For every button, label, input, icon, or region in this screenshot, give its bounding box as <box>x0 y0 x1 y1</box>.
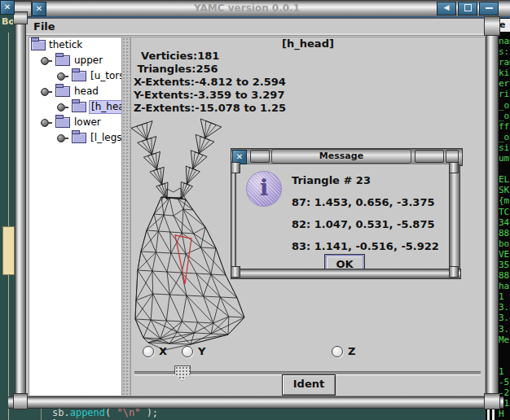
model-tree[interactable]: thetickupper[u_torso]head[h_head]lower[l… <box>29 37 123 396</box>
tree-item-lower[interactable]: lower <box>29 116 122 130</box>
terminal-line <box>499 164 510 174</box>
tree-expand-icon[interactable] <box>57 134 65 142</box>
stat-line: Triangles:256 <box>134 63 286 76</box>
tree-expand-icon[interactable] <box>41 119 49 127</box>
dialog-pipe-segment <box>250 150 270 163</box>
folder-icon <box>55 86 70 97</box>
terminal-line: 3.4 <box>499 324 510 335</box>
frame-joint-tr <box>484 16 500 36</box>
maximize-icon[interactable] <box>458 2 477 15</box>
dialog-message-line: 87: 1.453, 0.656, -3.375 <box>292 191 439 213</box>
tree-item-h_head[interactable]: [h_head] <box>29 100 122 115</box>
terminal-lines: nams:ramkinertris_of_offfs_ofsizume ELSK… <box>499 36 510 419</box>
terminal-line: 88 <box>499 228 510 238</box>
tree-item-label: thetick <box>47 39 84 51</box>
model-stats: Verticies:181 Triangles:256X-Extents:-4.… <box>134 50 286 115</box>
close-icon[interactable]: ✕ <box>0 0 15 15</box>
tree-item-label: upper <box>73 55 104 67</box>
tree-item-thetick[interactable]: thetick <box>29 38 122 53</box>
selected-node-title: [h_head] <box>131 37 485 50</box>
code-token: append <box>70 407 105 418</box>
terminal-line: ffs <box>499 121 510 132</box>
terminal-line: EL <box>499 174 510 185</box>
dialog-message-line: 82: 1.047, 0.531, -5.875 <box>292 213 439 235</box>
terminal-line: siz <box>499 142 510 153</box>
terminal-line: _of <box>499 111 510 121</box>
terminal-line: bou <box>499 238 510 249</box>
tree-expand-icon[interactable] <box>41 88 49 96</box>
terminal-line: 3.4 <box>499 302 510 313</box>
slider-thumb[interactable] <box>174 365 191 381</box>
terminal-line <box>499 345 510 356</box>
axis-radio-x[interactable]: X <box>143 345 167 357</box>
frame-joint-br <box>484 393 500 409</box>
window-buttons: ◀ <box>437 2 499 15</box>
terminal-line: {m <box>499 195 510 206</box>
frame-pipe-right <box>486 18 499 407</box>
dialog-frame-left <box>231 164 236 270</box>
menubar: File <box>25 19 486 36</box>
ident-button[interactable]: Ident <box>282 374 336 396</box>
axis-radio-z[interactable]: Z <box>332 345 355 357</box>
iconify-icon[interactable] <box>479 2 499 15</box>
code-lines: sb.append( "\n" );} <box>52 407 158 420</box>
app-close-icon[interactable]: ✕ <box>32 2 46 16</box>
dialog-message-line: Triangle # 23 <box>292 169 439 191</box>
dialog-body: i Triangle # 2387: 1.453, 0.656, -3.3758… <box>234 164 458 269</box>
tree-item-label: [h_head] <box>89 100 123 114</box>
folder-icon <box>31 40 46 50</box>
folder-icon <box>55 117 70 128</box>
terminal-line: 34 <box>499 217 510 228</box>
terminal-line: SK <box>499 185 510 195</box>
dialog-frame-right <box>449 164 460 270</box>
tree-item-l_legs[interactable]: [l_legs] <box>29 131 122 146</box>
tree-item-head[interactable]: head <box>29 85 122 99</box>
tree-item-u_torso[interactable]: [u_torso] <box>29 69 122 84</box>
tree-expand-icon[interactable] <box>57 72 65 81</box>
tree-item-label: head <box>73 85 100 98</box>
terminal-line: kin <box>499 68 510 78</box>
terminal-line: _of <box>499 132 510 142</box>
radio-label: Y <box>198 345 205 357</box>
folder-icon <box>55 55 70 66</box>
terminal-line: nam <box>499 36 510 46</box>
window-title: YAMC version 0.0.1 <box>194 2 300 14</box>
left-window-scrollbar-thumb[interactable] <box>2 226 15 275</box>
message-dialog: ✕ Message i Triangle # 2387: 1.453, 0.65… <box>231 148 461 282</box>
tree-expand-icon[interactable] <box>41 57 49 65</box>
terminal-line: -5. <box>499 377 510 387</box>
dialog-pipe-segment <box>446 150 459 163</box>
tree-item-label: lower <box>73 116 103 129</box>
terminal-line: ert <box>499 78 510 89</box>
dialog-message: Triangle # 2387: 1.453, 0.656, -3.37582:… <box>292 169 439 257</box>
terminal-line: TC <box>499 207 510 217</box>
tree-item-upper[interactable]: upper <box>29 54 122 68</box>
axis-radio-y[interactable]: Y <box>182 345 205 357</box>
terminal-line: _of <box>499 100 510 111</box>
terminal-line: ris <box>499 89 510 99</box>
tree-expand-icon[interactable] <box>57 103 65 112</box>
code-line: sb.append( "\n" ); <box>52 407 158 418</box>
radio-icon[interactable] <box>332 346 343 357</box>
terminal-line: ram <box>499 57 510 68</box>
background-terminal: nams:ramkinertris_of_offfs_ofsizume ELSK… <box>497 0 510 420</box>
frame-joint-tl <box>13 11 28 24</box>
titlebar-accent-line <box>13 16 510 18</box>
terminal-line: 1 n <box>499 291 510 302</box>
code-token: ); <box>140 407 158 418</box>
dialog-message-line: 83: 1.141, -0.516, -5.922 <box>292 235 439 257</box>
code-token: sb. <box>52 407 70 418</box>
tree-item-label: [l_legs] <box>89 132 123 144</box>
folder-icon <box>72 133 86 143</box>
dialog-title: Message <box>271 149 411 164</box>
radio-icon[interactable] <box>182 346 193 357</box>
radio-icon[interactable] <box>143 346 154 357</box>
stat-line: Verticies:181 <box>134 50 286 63</box>
menu-file[interactable]: File <box>33 20 55 33</box>
dialog-pipe-segment <box>415 150 444 163</box>
shade-icon[interactable]: ◀ <box>437 2 456 15</box>
terminal-line <box>499 356 510 366</box>
stat-line: Z-Extents:-15.078 to 1.25 <box>134 102 286 115</box>
axis-radio-group: XYZ <box>131 345 485 360</box>
folder-icon <box>72 102 86 112</box>
